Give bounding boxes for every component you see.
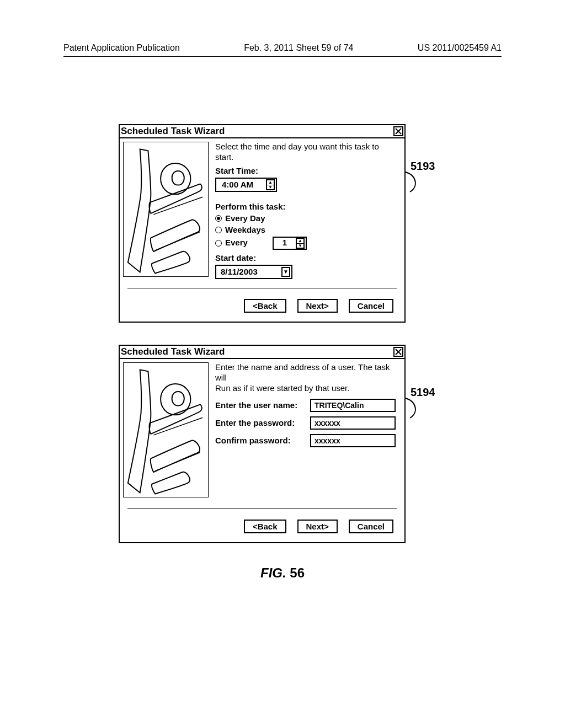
password-input[interactable]: xxxxxx [310, 416, 396, 430]
header-rule [63, 56, 502, 57]
start-date-value: 8/11/2003 [216, 267, 280, 277]
ref-5193: 5193 [411, 160, 435, 173]
down-arrow-icon[interactable]: ▼ [267, 185, 274, 190]
password-value: xxxxxx [315, 419, 340, 429]
button-row: <Back Next> Cancel [244, 299, 393, 313]
every-count-value: 1 [274, 238, 296, 248]
radio-every-label: Every [225, 238, 253, 248]
titlebar: Scheduled Task Wizard [120, 346, 404, 359]
figure-prefix: FIG. [260, 565, 286, 580]
figure-label: FIG. 56 [0, 565, 565, 581]
ref-arc-5194 [404, 397, 421, 419]
spinner-buttons[interactable]: ▲ ▼ [266, 179, 275, 190]
instruction-line1: Enter the name and address of a user. Th… [215, 362, 399, 383]
confirm-value: xxxxxx [315, 436, 340, 446]
divider [127, 508, 397, 509]
password-label: Enter the password: [215, 418, 303, 429]
start-date-field[interactable]: 8/11/2003 ▼ [215, 265, 292, 279]
dialog-title: Scheduled Task Wizard [121, 346, 225, 357]
radio-everyday-label: Every Day [225, 213, 265, 224]
scheduled-task-wizard-user: Scheduled Task Wizard Enter the name and… [119, 345, 406, 543]
instruction-line2: Run as if it were started by that user. [215, 383, 399, 394]
radio-everyday[interactable] [215, 215, 222, 222]
start-date-label: Start date: [215, 253, 399, 264]
button-row: <Back Next> Cancel [244, 520, 393, 533]
start-time-label: Start Time: [215, 166, 399, 176]
next-button[interactable]: Next> [297, 520, 338, 533]
figure-number: 56 [290, 565, 305, 580]
ref-arc-5193 [404, 171, 421, 193]
close-button[interactable] [393, 347, 403, 357]
cancel-button[interactable]: Cancel [349, 299, 393, 313]
next-button[interactable]: Next> [297, 299, 338, 313]
header-center: Feb. 3, 2011 Sheet 59 of 74 [244, 43, 353, 53]
radio-every[interactable] [215, 240, 222, 247]
radio-weekdays[interactable] [215, 227, 222, 233]
wizard-illustration [123, 142, 209, 277]
header-left: Patent Application Publication [63, 43, 180, 53]
start-time-field[interactable]: 4:00 AM ▲ ▼ [215, 178, 277, 192]
username-input[interactable]: TRITEQ\Calin [310, 399, 396, 412]
spinner-buttons-2[interactable]: ▲ ▼ [296, 238, 305, 249]
confirm-input[interactable]: xxxxxx [310, 434, 396, 447]
radio-everyday-row[interactable]: Every Day [215, 213, 399, 224]
cancel-button[interactable]: Cancel [349, 520, 393, 533]
close-button[interactable] [393, 126, 403, 136]
perform-task-label: Perform this task: [215, 202, 399, 212]
page-header: Patent Application Publication Feb. 3, 2… [63, 43, 502, 53]
username-label: Enter the user name: [215, 400, 303, 411]
radio-every-row[interactable]: Every 1 ▲ ▼ [215, 237, 399, 250]
username-value: TRITEQ\Calin [315, 401, 364, 411]
radio-weekdays-row[interactable]: Weekdays [215, 225, 399, 235]
dropdown-icon[interactable]: ▼ [281, 267, 290, 277]
wizard-illustration [123, 362, 209, 497]
header-right: US 2011/0025459 A1 [418, 43, 502, 53]
dialog-title: Scheduled Task Wizard [121, 126, 225, 137]
radio-weekdays-label: Weekdays [225, 225, 265, 235]
confirm-label: Confirm password: [215, 436, 303, 446]
back-button[interactable]: <Back [244, 299, 286, 313]
start-time-value: 4:00 AM [216, 180, 266, 190]
divider [127, 288, 397, 288]
ref-5194: 5194 [411, 386, 435, 399]
instruction-text: Select the time and day you want this ta… [215, 142, 399, 163]
back-button[interactable]: <Back [244, 520, 286, 533]
every-count-field[interactable]: 1 ▲ ▼ [273, 237, 307, 250]
scheduled-task-wizard-time: Scheduled Task Wizard Select the time an… [119, 124, 406, 323]
down-arrow-icon[interactable]: ▼ [297, 244, 303, 248]
titlebar: Scheduled Task Wizard [120, 125, 404, 138]
